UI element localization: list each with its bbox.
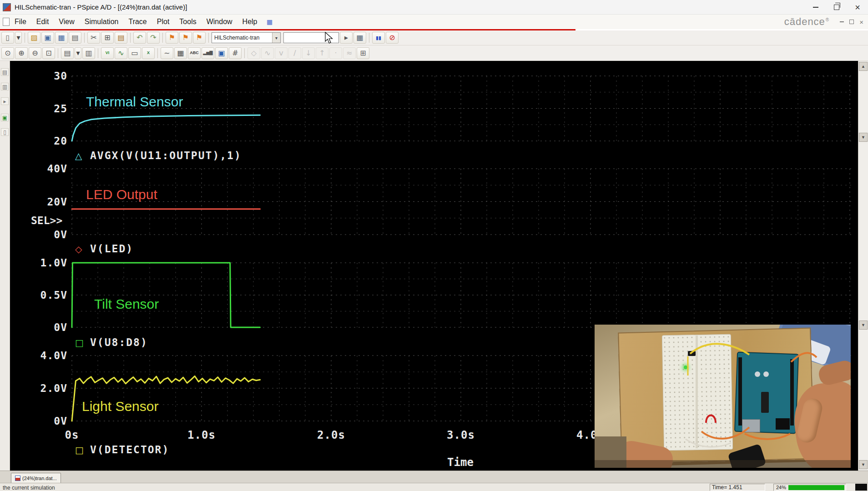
page-settings-button[interactable]: ▤ bbox=[61, 47, 74, 59]
copy-plot-icon: ▥ bbox=[85, 50, 92, 57]
grid-button[interactable]: # bbox=[229, 47, 242, 59]
save-all-button[interactable]: ▦ bbox=[55, 32, 68, 44]
zoom-in-button[interactable]: ⊕ bbox=[15, 47, 28, 59]
trace-annotation: Light Sensor bbox=[82, 399, 158, 414]
plot-histogram-button[interactable]: ▂▅▇ bbox=[202, 47, 214, 59]
mdi-minimize-icon[interactable] bbox=[840, 21, 844, 22]
simulation-profile-select[interactable]: HILSchematic-tran▾ bbox=[212, 32, 281, 43]
menu-item-plot[interactable]: Plot bbox=[152, 18, 175, 26]
tab-icon bbox=[15, 476, 20, 481]
combo-selected-value: HILSchematic-tran bbox=[212, 35, 272, 41]
paste-button[interactable]: ▤ bbox=[115, 32, 127, 44]
log-x-button[interactable]: ▣ bbox=[215, 47, 228, 59]
zoom-in-icon: ⊕ bbox=[18, 50, 24, 57]
pause-button[interactable]: ▮▮ bbox=[372, 32, 385, 44]
add-trace-button[interactable]: ∿ bbox=[115, 47, 127, 59]
x-tick-label: 1.0s bbox=[187, 429, 216, 441]
menu-item-tools[interactable]: Tools bbox=[174, 18, 201, 26]
log-x-icon: ▣ bbox=[218, 50, 225, 57]
close-button[interactable]: × bbox=[847, 0, 868, 14]
undo-button[interactable]: ↶ bbox=[133, 32, 146, 44]
legend-marker-icon: ◇ bbox=[75, 244, 82, 255]
cursor-point-button: · bbox=[329, 47, 342, 59]
menu-item-edit[interactable]: Edit bbox=[31, 18, 54, 26]
zoom-out-button[interactable]: ⊖ bbox=[29, 47, 41, 59]
copy-plot-button[interactable]: ▥ bbox=[82, 47, 95, 59]
page-settings-dropdown[interactable]: ▾ bbox=[75, 47, 81, 59]
down-arrow-icon: ▼ bbox=[861, 135, 865, 140]
y-tick-label: 2.0V bbox=[40, 382, 67, 394]
plot-toolbar: ⊙⊕⊖⊡▤▾▥VI∿▭X~▦ABC▂▅▇▣#◇∿v/↓↑·≈⊞ bbox=[0, 45, 868, 61]
voltage-marker-button[interactable]: ⚑ bbox=[166, 32, 178, 44]
menu-item-file[interactable]: File bbox=[10, 18, 31, 26]
redo-button[interactable]: ↷ bbox=[147, 32, 160, 44]
progress-percent: 24% bbox=[774, 485, 788, 490]
cursor-toggle-button: ◇ bbox=[247, 47, 260, 59]
menu-item-trace[interactable]: Trace bbox=[123, 18, 151, 26]
stop-button[interactable]: ⊘ bbox=[386, 32, 399, 44]
print-button[interactable]: ▤ bbox=[69, 32, 81, 44]
view-results-button[interactable]: ▦ bbox=[353, 32, 366, 44]
new-file-dropdown[interactable]: ▾ bbox=[15, 32, 22, 44]
mdi-window-controls: × bbox=[840, 19, 863, 25]
open-button[interactable]: ▨ bbox=[28, 32, 40, 44]
mdi-close-icon[interactable]: × bbox=[859, 19, 863, 25]
mark-label-button[interactable]: ⊞ bbox=[357, 47, 369, 59]
menu-bar: FileEditViewSimulationTracePlotToolsWind… bbox=[0, 15, 868, 29]
vertical-scrollbar[interactable]: ▲ ▼ ▼ ▼ bbox=[858, 61, 868, 471]
trace-annotation: LED Output bbox=[86, 187, 157, 202]
blank-page-button[interactable]: ▯ bbox=[1, 128, 9, 136]
export-excel-button[interactable]: X bbox=[142, 47, 155, 59]
down-arrow-icon: ▼ bbox=[861, 462, 865, 467]
zoom-area-button[interactable]: ⊡ bbox=[42, 47, 55, 59]
new-file-button[interactable]: ▯ bbox=[1, 32, 14, 44]
menu-item-view[interactable]: View bbox=[54, 18, 79, 26]
app-icon bbox=[3, 3, 11, 11]
toolbar-separator bbox=[369, 33, 369, 43]
text-label-button[interactable]: ABC bbox=[188, 47, 201, 59]
fourier-button[interactable]: ~ bbox=[161, 47, 173, 59]
cut-button[interactable]: ✂ bbox=[87, 32, 100, 44]
tab-tran-dat[interactable]: (24%)tran.dat... bbox=[11, 473, 61, 483]
menu-item-help[interactable]: Help bbox=[237, 18, 262, 26]
scroll-down-button-1[interactable]: ▼ bbox=[859, 133, 868, 142]
camera-inset bbox=[595, 325, 851, 468]
power-marker-button[interactable]: ⚑ bbox=[193, 32, 206, 44]
minimize-icon bbox=[813, 7, 818, 8]
scroll-up-button[interactable]: ▲ bbox=[859, 62, 868, 71]
run-tool-button[interactable]: ▸ bbox=[1, 97, 9, 105]
docked-toolbar-icon[interactable]: ▦ bbox=[265, 18, 274, 25]
copy-button[interactable]: ⊞ bbox=[101, 32, 114, 44]
cursor-min-icon: ↓ bbox=[305, 50, 311, 57]
zoom-tool-button[interactable]: ⊙ bbox=[1, 47, 14, 59]
menu-item-simulation[interactable]: Simulation bbox=[80, 18, 124, 26]
mdi-restore-icon[interactable] bbox=[849, 20, 854, 24]
photo-wire-white bbox=[686, 439, 731, 447]
menu-item-window[interactable]: Window bbox=[202, 18, 237, 26]
schematic-page-button[interactable]: ▤ bbox=[1, 68, 9, 76]
restore-button[interactable] bbox=[826, 0, 847, 14]
layers-button[interactable]: ▥ bbox=[1, 83, 9, 90]
mark-voltage-button[interactable]: VI bbox=[101, 47, 114, 59]
y-tick-label: 0V bbox=[54, 415, 67, 427]
window-controls: × bbox=[805, 0, 868, 14]
eval-measurement-button[interactable]: ▭ bbox=[128, 47, 141, 59]
status-bar: the current simulation Time= 1.451 24% bbox=[0, 483, 868, 491]
cursor-peak-icon: ∿ bbox=[264, 50, 270, 57]
y-tick-label: 25 bbox=[54, 103, 67, 115]
performance-button[interactable]: ▦ bbox=[174, 47, 187, 59]
chevron-down-icon[interactable]: ▾ bbox=[272, 33, 280, 43]
save-button[interactable]: ▣ bbox=[41, 32, 54, 44]
legend-marker-icon: □ bbox=[75, 445, 84, 456]
open-icon: ▨ bbox=[30, 34, 37, 41]
x-tick-label: 2.0s bbox=[317, 429, 345, 441]
scroll-down-button-2[interactable]: ▼ bbox=[859, 321, 868, 330]
minimize-button[interactable] bbox=[805, 0, 826, 14]
plot-histogram-icon: ▂▅▇ bbox=[203, 51, 213, 55]
active-tool-button[interactable]: ▣ bbox=[1, 114, 9, 121]
voltage-marker-icon: ⚑ bbox=[169, 34, 175, 41]
scroll-down-button-3[interactable]: ▼ bbox=[859, 460, 868, 469]
cursor-max-icon: ↑ bbox=[319, 50, 325, 57]
run-simulation-button[interactable]: ▸ bbox=[340, 32, 353, 44]
current-marker-button[interactable]: ⚑ bbox=[179, 32, 192, 44]
